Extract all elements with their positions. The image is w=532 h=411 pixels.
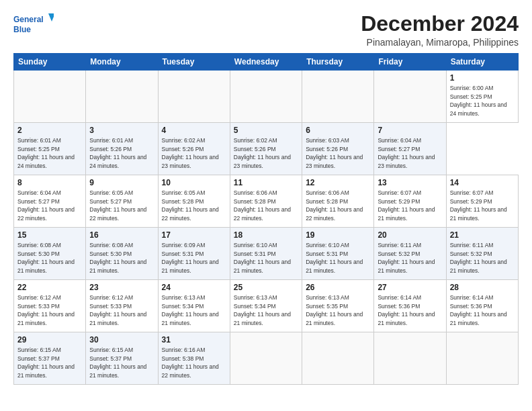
day-cell: 24Sunrise: 6:13 AMSunset: 5:34 PMDayligh… <box>158 280 230 332</box>
empty-cell <box>446 332 518 385</box>
day-cell: 9Sunrise: 6:05 AMSunset: 5:27 PMDaylight… <box>86 175 158 228</box>
day-cell: 8Sunrise: 6:04 AMSunset: 5:27 PMDaylight… <box>14 175 86 228</box>
col-wednesday: Wednesday <box>230 54 302 71</box>
svg-marker-2 <box>48 13 54 21</box>
day-cell: 17Sunrise: 6:09 AMSunset: 5:31 PMDayligh… <box>158 228 230 280</box>
day-cell: 21Sunrise: 6:11 AMSunset: 5:32 PMDayligh… <box>446 228 518 280</box>
calendar-header: Sunday Monday Tuesday Wednesday Thursday… <box>14 54 519 71</box>
calendar: Sunday Monday Tuesday Wednesday Thursday… <box>13 53 519 385</box>
calendar-week-6: 29Sunrise: 6:15 AMSunset: 5:37 PMDayligh… <box>14 332 519 385</box>
day-cell: 26Sunrise: 6:13 AMSunset: 5:35 PMDayligh… <box>302 280 374 332</box>
empty-cell <box>230 332 302 385</box>
calendar-week-3: 8Sunrise: 6:04 AMSunset: 5:27 PMDaylight… <box>14 175 519 228</box>
calendar-week-5: 22Sunrise: 6:12 AMSunset: 5:33 PMDayligh… <box>14 280 519 332</box>
logo-icon: General Blue <box>13 12 54 38</box>
col-saturday: Saturday <box>446 54 518 71</box>
logo: General Blue <box>13 12 54 38</box>
day-cell: 1Sunrise: 6:00 AMSunset: 5:25 PMDaylight… <box>446 71 518 123</box>
day-cell: 27Sunrise: 6:14 AMSunset: 5:36 PMDayligh… <box>374 280 446 332</box>
day-cell: 20Sunrise: 6:11 AMSunset: 5:32 PMDayligh… <box>374 228 446 280</box>
header-row: Sunday Monday Tuesday Wednesday Thursday… <box>14 54 519 71</box>
day-cell: 31Sunrise: 6:16 AMSunset: 5:38 PMDayligh… <box>158 332 230 385</box>
col-thursday: Thursday <box>302 54 374 71</box>
day-cell: 3Sunrise: 6:01 AMSunset: 5:26 PMDaylight… <box>86 123 158 175</box>
empty-cell <box>230 71 302 123</box>
day-cell: 18Sunrise: 6:10 AMSunset: 5:31 PMDayligh… <box>230 228 302 280</box>
day-cell: 23Sunrise: 6:12 AMSunset: 5:33 PMDayligh… <box>86 280 158 332</box>
svg-text:General: General <box>13 15 44 24</box>
col-friday: Friday <box>374 54 446 71</box>
day-cell: 19Sunrise: 6:10 AMSunset: 5:31 PMDayligh… <box>302 228 374 280</box>
col-sunday: Sunday <box>14 54 86 71</box>
page: General Blue December 2024 Pinamalayan, … <box>0 0 532 411</box>
day-cell: 5Sunrise: 6:02 AMSunset: 5:26 PMDaylight… <box>230 123 302 175</box>
day-cell: 7Sunrise: 6:04 AMSunset: 5:27 PMDaylight… <box>374 123 446 175</box>
col-tuesday: Tuesday <box>158 54 230 71</box>
empty-cell <box>374 71 446 123</box>
day-cell: 13Sunrise: 6:07 AMSunset: 5:29 PMDayligh… <box>374 175 446 228</box>
day-cell: 30Sunrise: 6:15 AMSunset: 5:37 PMDayligh… <box>86 332 158 385</box>
day-cell: 4Sunrise: 6:02 AMSunset: 5:26 PMDaylight… <box>158 123 230 175</box>
empty-cell <box>302 332 374 385</box>
day-cell: 15Sunrise: 6:08 AMSunset: 5:30 PMDayligh… <box>14 228 86 280</box>
day-cell: 6Sunrise: 6:03 AMSunset: 5:26 PMDaylight… <box>302 123 374 175</box>
day-cell: 12Sunrise: 6:06 AMSunset: 5:28 PMDayligh… <box>302 175 374 228</box>
empty-cell <box>158 71 230 123</box>
day-cell: 25Sunrise: 6:13 AMSunset: 5:34 PMDayligh… <box>230 280 302 332</box>
calendar-week-2: 2Sunrise: 6:01 AMSunset: 5:25 PMDaylight… <box>14 123 519 175</box>
day-cell: 14Sunrise: 6:07 AMSunset: 5:29 PMDayligh… <box>446 175 518 228</box>
day-cell: 29Sunrise: 6:15 AMSunset: 5:37 PMDayligh… <box>14 332 86 385</box>
empty-cell <box>14 71 86 123</box>
day-cell: 16Sunrise: 6:08 AMSunset: 5:30 PMDayligh… <box>86 228 158 280</box>
svg-text:Blue: Blue <box>13 25 31 34</box>
main-title: December 2024 <box>361 12 519 36</box>
day-cell: 22Sunrise: 6:12 AMSunset: 5:33 PMDayligh… <box>14 280 86 332</box>
empty-cell <box>374 332 446 385</box>
subtitle: Pinamalayan, Mimaropa, Philippines <box>361 37 519 48</box>
day-cell: 28Sunrise: 6:14 AMSunset: 5:36 PMDayligh… <box>446 280 518 332</box>
empty-cell <box>86 71 158 123</box>
empty-cell <box>302 71 374 123</box>
calendar-week-1: 1Sunrise: 6:00 AMSunset: 5:25 PMDaylight… <box>14 71 519 123</box>
calendar-week-4: 15Sunrise: 6:08 AMSunset: 5:30 PMDayligh… <box>14 228 519 280</box>
day-cell: 11Sunrise: 6:06 AMSunset: 5:28 PMDayligh… <box>230 175 302 228</box>
header: General Blue December 2024 Pinamalayan, … <box>13 12 519 48</box>
day-cell: 10Sunrise: 6:05 AMSunset: 5:28 PMDayligh… <box>158 175 230 228</box>
calendar-body: 1Sunrise: 6:00 AMSunset: 5:25 PMDaylight… <box>14 71 519 385</box>
col-monday: Monday <box>86 54 158 71</box>
title-block: December 2024 Pinamalayan, Mimaropa, Phi… <box>361 12 519 48</box>
day-cell: 2Sunrise: 6:01 AMSunset: 5:25 PMDaylight… <box>14 123 86 175</box>
